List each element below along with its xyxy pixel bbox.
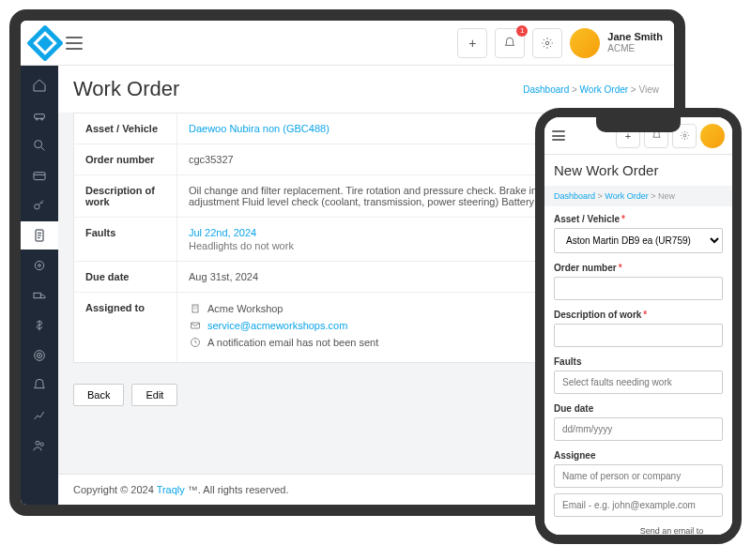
desc-field-label: Description of work (554, 310, 723, 320)
brand-link[interactable]: Traqly (157, 484, 185, 495)
nav-target-icon[interactable] (24, 341, 54, 370)
faults-label: Faults (74, 218, 177, 261)
sidebar (21, 66, 58, 505)
desc-label: Description of work (74, 175, 177, 217)
svg-point-14 (36, 441, 39, 445)
svg-rect-16 (192, 305, 198, 312)
notify-checkbox[interactable] (554, 535, 635, 536)
phone-user-avatar[interactable] (700, 124, 725, 148)
assigned-label: Assigned to (74, 293, 177, 362)
svg-point-11 (35, 351, 45, 361)
mail-icon (189, 319, 202, 332)
clock-icon (189, 336, 202, 349)
svg-point-19 (683, 134, 686, 137)
settings-button[interactable] (532, 28, 562, 58)
order-input[interactable] (554, 277, 723, 300)
assignee-email-input[interactable] (554, 493, 723, 517)
desc-input[interactable] (554, 324, 723, 347)
fault-date-link[interactable]: Jul 22nd, 2024 (189, 227, 256, 238)
copyright-text: Copyright © 2024 (73, 484, 157, 495)
nav-workorder-icon[interactable] (21, 221, 58, 250)
new-workorder-form: Asset / Vehicle Aston Martin DB9 ea (UR7… (544, 206, 732, 535)
svg-point-3 (41, 118, 43, 120)
asset-field-label: Asset / Vehicle (554, 214, 723, 224)
back-button[interactable]: Back (73, 384, 124, 406)
svg-point-13 (38, 355, 39, 356)
nav-gear-icon[interactable] (24, 251, 54, 280)
nav-key-icon[interactable] (24, 191, 54, 219)
page-title: Work Order (73, 77, 179, 101)
order-field-label: Order number (554, 263, 723, 273)
topbar: + 1 Jane Smith ACME (21, 21, 674, 66)
phone-crumb-dashboard[interactable]: Dashboard (554, 191, 595, 201)
phone-page-title: New Work Order (544, 155, 732, 186)
svg-rect-17 (192, 323, 200, 328)
nav-home-icon[interactable] (24, 71, 54, 99)
due-label: Due date (74, 262, 177, 292)
menu-toggle[interactable] (66, 37, 83, 50)
svg-point-15 (40, 443, 43, 446)
phone-menu-toggle[interactable] (552, 130, 565, 141)
notifications-button[interactable]: 1 (495, 28, 525, 58)
svg-point-9 (38, 265, 41, 267)
phone-frame: + 1 New Work Order Dashboard > Work Orde… (535, 108, 742, 544)
phone-notch (596, 117, 681, 132)
user-name: Jane Smith (607, 31, 663, 43)
svg-point-4 (35, 141, 42, 148)
crumb-workorder[interactable]: Work Order (580, 84, 629, 95)
svg-point-2 (36, 118, 38, 120)
nav-dollar-icon[interactable] (24, 311, 54, 340)
svg-point-12 (37, 353, 41, 357)
nav-card-icon[interactable] (24, 161, 54, 189)
crumb-current: View (639, 84, 660, 95)
nav-bell-icon[interactable] (24, 371, 54, 400)
user-block: Jane Smith ACME (607, 31, 663, 54)
svg-rect-1 (35, 114, 45, 119)
breadcrumb: Dashboard > Work Order > View (523, 84, 659, 95)
asset-select[interactable]: Aston Martin DB9 ea (UR759) (554, 228, 723, 253)
phone-breadcrumb: Dashboard > Work Order > New (544, 186, 732, 206)
svg-rect-10 (34, 293, 40, 297)
assignee-name-input[interactable] (554, 464, 723, 488)
asset-label: Asset / Vehicle (74, 114, 177, 144)
user-company: ACME (607, 43, 663, 54)
crumb-dashboard[interactable]: Dashboard (523, 84, 569, 95)
notif-badge: 1 (516, 25, 528, 37)
faults-field-label: Faults (554, 356, 723, 367)
notify-label: Send an email to notify of the new work … (640, 526, 723, 535)
svg-point-8 (35, 261, 43, 269)
due-field-label: Due date (554, 403, 723, 414)
phone-crumb-current: New (658, 191, 675, 201)
add-button[interactable]: + (457, 28, 487, 58)
assignee-field-label: Assignee (554, 450, 723, 461)
svg-rect-5 (34, 173, 45, 180)
order-label: Order number (74, 144, 177, 174)
asset-link[interactable]: Daewoo Nubira non (GBC488) (189, 123, 330, 134)
building-icon (189, 302, 202, 315)
nav-vehicle-icon[interactable] (24, 101, 54, 129)
phone-crumb-workorder[interactable]: Work Order (605, 191, 648, 201)
assigned-email[interactable]: service@acmeworkshops.com (207, 320, 347, 331)
nav-truck-icon[interactable] (24, 281, 54, 310)
nav-search-icon[interactable] (24, 131, 54, 159)
nav-users-icon[interactable] (24, 431, 54, 460)
due-input[interactable] (554, 417, 723, 441)
assigned-name: Acme Workshop (207, 303, 284, 314)
edit-button[interactable]: Edit (131, 384, 177, 406)
user-avatar[interactable] (570, 28, 600, 58)
assigned-note: A notification email has not been sent (207, 337, 378, 348)
nav-chart-icon[interactable] (24, 401, 54, 430)
svg-point-6 (35, 204, 39, 209)
faults-input[interactable] (554, 371, 723, 394)
svg-point-0 (546, 41, 550, 45)
brand-logo (26, 24, 64, 62)
